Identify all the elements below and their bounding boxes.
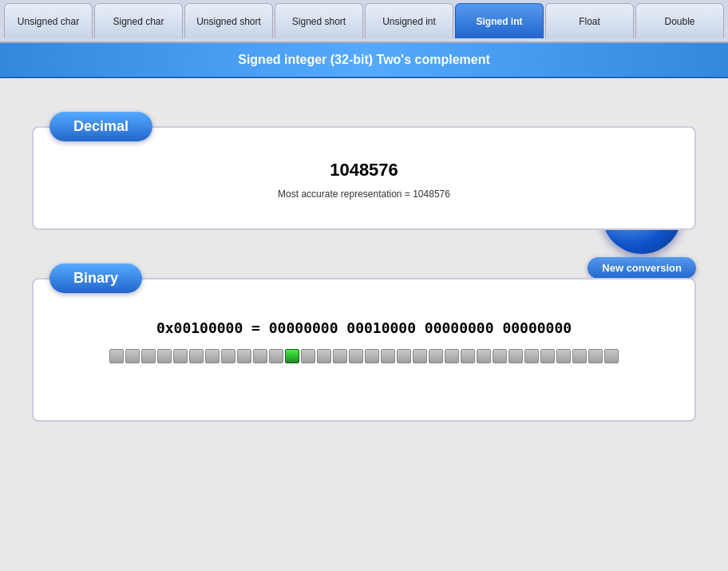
- header-banner: Signed integer (32-bit) Two's complement: [0, 43, 728, 78]
- bit-cell: [253, 349, 267, 363]
- bit-cell: [301, 349, 315, 363]
- bit-cell: [125, 349, 140, 363]
- bit-bar: [49, 349, 679, 363]
- bit-cell: [333, 349, 347, 363]
- decimal-label: Decimal: [49, 112, 152, 141]
- bit-cell: [269, 349, 283, 363]
- new-conversion-button[interactable]: New conversion: [588, 257, 696, 279]
- bit-cell: [397, 349, 411, 363]
- decimal-value: 1048576: [49, 160, 679, 180]
- bit-cell: [429, 349, 443, 363]
- tab-unsigned-char[interactable]: Unsigned char: [4, 3, 93, 38]
- bit-cell: [141, 349, 156, 363]
- main-content: New conversion Decimal 1048576 Most accu…: [0, 78, 728, 438]
- bit-cell: [381, 349, 395, 363]
- bit-cell: [461, 349, 475, 363]
- tab-signed-char[interactable]: Signed char: [94, 3, 183, 38]
- tab-double[interactable]: Double: [635, 3, 724, 38]
- bit-cell: [524, 349, 539, 363]
- tab-bar: Unsigned char Signed char Unsigned short…: [0, 0, 728, 43]
- bit-cell: [173, 349, 188, 363]
- decimal-note: Most accurate representation = 1048576: [49, 188, 679, 200]
- bit-cell: [205, 349, 220, 363]
- bit-cell: [413, 349, 427, 363]
- bit-cell: [237, 349, 251, 363]
- tab-unsigned-short[interactable]: Unsigned short: [184, 3, 273, 38]
- tab-unsigned-int[interactable]: Unsigned int: [365, 3, 453, 38]
- decimal-card: Decimal 1048576 Most accurate representa…: [32, 126, 696, 230]
- bit-cell: [317, 349, 331, 363]
- tab-signed-int[interactable]: Signed int: [455, 3, 544, 38]
- bit-cell: [477, 349, 491, 363]
- bit-cell: [221, 349, 235, 363]
- tab-float[interactable]: Float: [545, 3, 634, 38]
- bit-cell: [349, 349, 363, 363]
- bit-cell: [572, 349, 587, 363]
- bit-cell: [109, 349, 124, 363]
- bit-cell: [445, 349, 459, 363]
- bit-cell: [189, 349, 204, 363]
- decimal-section: Decimal 1048576 Most accurate representa…: [32, 126, 696, 230]
- bit-cell: [365, 349, 379, 363]
- bit-cell: [540, 349, 555, 363]
- tab-signed-short[interactable]: Signed short: [275, 3, 363, 38]
- bit-cell: [493, 349, 507, 363]
- binary-label: Binary: [49, 264, 142, 293]
- binary-section: Binary 0x00100000 = 00000000 00010000 00…: [32, 278, 696, 422]
- bit-cell: [588, 349, 603, 363]
- bit-cell: [285, 349, 299, 363]
- bit-cell: [508, 349, 523, 363]
- bit-cell: [556, 349, 571, 363]
- binary-card: Binary 0x00100000 = 00000000 00010000 00…: [32, 278, 696, 422]
- bit-cell: [604, 349, 619, 363]
- binary-hex-display: 0x00100000 = 00000000 00010000 00000000 …: [49, 319, 679, 336]
- bit-cell: [157, 349, 172, 363]
